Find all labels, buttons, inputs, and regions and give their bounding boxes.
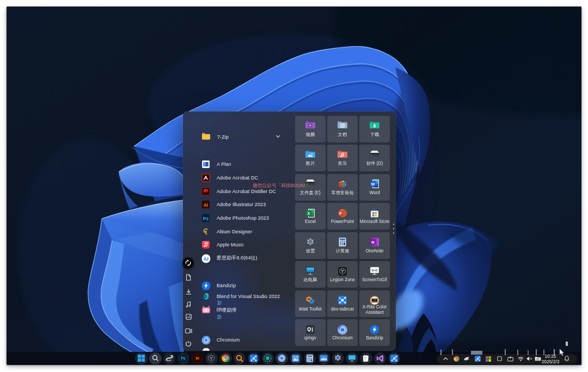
svg-text:X: X xyxy=(307,210,310,215)
svg-text:Ps: Ps xyxy=(181,357,186,361)
svg-text:iU: iU xyxy=(204,256,209,262)
svg-text:W: W xyxy=(371,182,376,187)
svg-text:P: P xyxy=(339,211,342,215)
svg-text:X-Rite: X-Rite xyxy=(373,299,377,300)
svg-text:N: N xyxy=(371,240,374,245)
svg-text:S>G: S>G xyxy=(372,268,378,271)
svg-text:Ai: Ai xyxy=(195,357,199,361)
svg-text:Ai: Ai xyxy=(204,202,209,208)
svg-text:Ps: Ps xyxy=(203,215,209,221)
